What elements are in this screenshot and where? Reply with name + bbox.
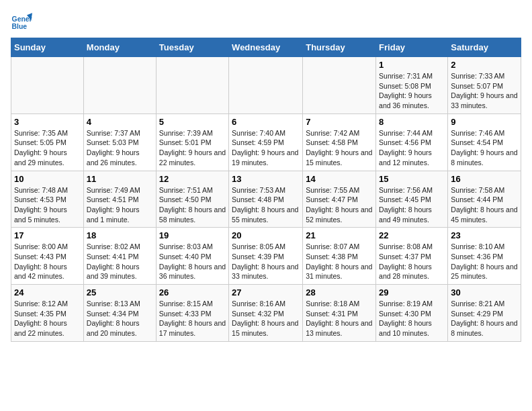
day-cell: 8Sunrise: 7:44 AM Sunset: 4:56 PM Daylig… [376, 113, 448, 171]
day-cell: 6Sunrise: 7:40 AM Sunset: 4:59 PM Daylig… [229, 113, 303, 171]
day-cell: 2Sunrise: 7:33 AM Sunset: 5:07 PM Daylig… [448, 57, 521, 114]
day-number: 26 [159, 287, 226, 298]
day-number: 28 [306, 287, 373, 298]
day-info: Sunrise: 7:48 AM Sunset: 4:53 PM Dayligh… [14, 185, 81, 225]
day-cell: 7Sunrise: 7:42 AM Sunset: 4:58 PM Daylig… [303, 113, 376, 171]
day-info: Sunrise: 7:53 AM Sunset: 4:48 PM Dayligh… [232, 185, 300, 225]
day-number: 29 [379, 287, 445, 298]
calendar-header-row: SundayMondayTuesdayWednesdayThursdayFrid… [11, 38, 521, 57]
day-cell: 10Sunrise: 7:48 AM Sunset: 4:53 PM Dayli… [11, 171, 84, 228]
day-info: Sunrise: 8:18 AM Sunset: 4:31 PM Dayligh… [306, 299, 373, 338]
weekday-header-sunday: Sunday [11, 38, 84, 57]
day-cell: 12Sunrise: 7:51 AM Sunset: 4:50 PM Dayli… [156, 171, 228, 228]
day-number: 6 [232, 117, 300, 127]
day-number: 12 [159, 174, 226, 184]
weekday-header-friday: Friday [376, 38, 448, 57]
day-number: 21 [306, 230, 373, 240]
svg-text:Blue: Blue [12, 23, 28, 30]
day-number: 22 [379, 230, 445, 240]
day-info: Sunrise: 8:15 AM Sunset: 4:33 PM Dayligh… [159, 299, 226, 338]
day-cell: 15Sunrise: 7:56 AM Sunset: 4:45 PM Dayli… [376, 171, 448, 228]
day-cell [303, 57, 376, 114]
day-number: 13 [232, 174, 300, 184]
week-row-5: 24Sunrise: 8:12 AM Sunset: 4:35 PM Dayli… [11, 285, 521, 342]
day-number: 14 [306, 174, 373, 184]
weekday-header-thursday: Thursday [303, 38, 376, 57]
day-info: Sunrise: 7:56 AM Sunset: 4:45 PM Dayligh… [379, 185, 445, 225]
day-number: 16 [451, 174, 518, 184]
day-cell: 17Sunrise: 8:00 AM Sunset: 4:43 PM Dayli… [11, 228, 84, 285]
day-info: Sunrise: 7:49 AM Sunset: 4:51 PM Dayligh… [87, 185, 153, 225]
day-number: 24 [14, 287, 81, 298]
day-cell: 4Sunrise: 7:37 AM Sunset: 5:03 PM Daylig… [83, 113, 156, 171]
day-cell [83, 57, 156, 114]
day-cell: 9Sunrise: 7:46 AM Sunset: 4:54 PM Daylig… [448, 113, 521, 171]
weekday-header-tuesday: Tuesday [156, 38, 228, 57]
day-info: Sunrise: 7:58 AM Sunset: 4:44 PM Dayligh… [451, 185, 518, 225]
day-info: Sunrise: 7:40 AM Sunset: 4:59 PM Dayligh… [232, 128, 300, 168]
day-number: 7 [306, 117, 373, 127]
day-info: Sunrise: 8:12 AM Sunset: 4:35 PM Dayligh… [14, 299, 81, 338]
weekday-header-saturday: Saturday [448, 38, 521, 57]
day-cell: 24Sunrise: 8:12 AM Sunset: 4:35 PM Dayli… [11, 285, 84, 342]
day-cell: 22Sunrise: 8:08 AM Sunset: 4:37 PM Dayli… [376, 228, 448, 285]
day-info: Sunrise: 7:51 AM Sunset: 4:50 PM Dayligh… [159, 185, 226, 225]
day-info: Sunrise: 7:46 AM Sunset: 4:54 PM Dayligh… [451, 128, 518, 168]
day-info: Sunrise: 8:16 AM Sunset: 4:32 PM Dayligh… [232, 299, 300, 338]
day-info: Sunrise: 7:42 AM Sunset: 4:58 PM Dayligh… [306, 128, 373, 168]
day-number: 30 [451, 287, 518, 298]
day-number: 5 [159, 117, 226, 127]
day-cell: 20Sunrise: 8:05 AM Sunset: 4:39 PM Dayli… [229, 228, 303, 285]
day-info: Sunrise: 8:00 AM Sunset: 4:43 PM Dayligh… [14, 242, 81, 281]
day-info: Sunrise: 7:37 AM Sunset: 5:03 PM Dayligh… [87, 128, 153, 168]
day-cell: 14Sunrise: 7:55 AM Sunset: 4:47 PM Dayli… [303, 171, 376, 228]
day-cell: 21Sunrise: 8:07 AM Sunset: 4:38 PM Dayli… [303, 228, 376, 285]
day-cell: 3Sunrise: 7:35 AM Sunset: 5:05 PM Daylig… [11, 113, 84, 171]
logo: General Blue [11, 11, 35, 32]
day-cell: 30Sunrise: 8:21 AM Sunset: 4:29 PM Dayli… [448, 285, 521, 342]
day-number: 23 [451, 230, 518, 240]
day-info: Sunrise: 8:21 AM Sunset: 4:29 PM Dayligh… [451, 299, 518, 338]
day-cell: 16Sunrise: 7:58 AM Sunset: 4:44 PM Dayli… [448, 171, 521, 228]
day-cell: 19Sunrise: 8:03 AM Sunset: 4:40 PM Dayli… [156, 228, 228, 285]
weekday-header-monday: Monday [83, 38, 156, 57]
day-number: 9 [451, 117, 518, 127]
day-number: 11 [87, 174, 153, 184]
calendar-table: SundayMondayTuesdayWednesdayThursdayFrid… [11, 38, 521, 342]
day-number: 18 [87, 230, 153, 240]
day-number: 3 [14, 117, 81, 127]
week-row-2: 3Sunrise: 7:35 AM Sunset: 5:05 PM Daylig… [11, 113, 521, 171]
week-row-3: 10Sunrise: 7:48 AM Sunset: 4:53 PM Dayli… [11, 171, 521, 228]
day-info: Sunrise: 8:05 AM Sunset: 4:39 PM Dayligh… [232, 242, 300, 281]
day-number: 8 [379, 117, 445, 127]
day-info: Sunrise: 8:13 AM Sunset: 4:34 PM Dayligh… [87, 299, 153, 338]
weekday-header-wednesday: Wednesday [229, 38, 303, 57]
day-cell [11, 57, 84, 114]
week-row-4: 17Sunrise: 8:00 AM Sunset: 4:43 PM Dayli… [11, 228, 521, 285]
day-info: Sunrise: 8:19 AM Sunset: 4:30 PM Dayligh… [379, 299, 445, 338]
day-number: 1 [379, 60, 445, 70]
day-number: 17 [14, 230, 81, 240]
day-cell: 13Sunrise: 7:53 AM Sunset: 4:48 PM Dayli… [229, 171, 303, 228]
day-cell: 26Sunrise: 8:15 AM Sunset: 4:33 PM Dayli… [156, 285, 228, 342]
day-info: Sunrise: 7:55 AM Sunset: 4:47 PM Dayligh… [306, 185, 373, 225]
day-cell: 5Sunrise: 7:39 AM Sunset: 5:01 PM Daylig… [156, 113, 228, 171]
day-info: Sunrise: 8:03 AM Sunset: 4:40 PM Dayligh… [159, 242, 226, 281]
day-info: Sunrise: 8:08 AM Sunset: 4:37 PM Dayligh… [379, 242, 445, 281]
day-cell: 18Sunrise: 8:02 AM Sunset: 4:41 PM Dayli… [83, 228, 156, 285]
day-cell: 1Sunrise: 7:31 AM Sunset: 5:08 PM Daylig… [376, 57, 448, 114]
day-info: Sunrise: 8:02 AM Sunset: 4:41 PM Dayligh… [87, 242, 153, 281]
day-number: 19 [159, 230, 226, 240]
day-number: 15 [379, 174, 445, 184]
day-cell: 11Sunrise: 7:49 AM Sunset: 4:51 PM Dayli… [83, 171, 156, 228]
day-number: 27 [232, 287, 300, 298]
week-row-1: 1Sunrise: 7:31 AM Sunset: 5:08 PM Daylig… [11, 57, 521, 114]
day-info: Sunrise: 7:39 AM Sunset: 5:01 PM Dayligh… [159, 128, 226, 168]
day-number: 25 [87, 287, 153, 298]
day-info: Sunrise: 7:33 AM Sunset: 5:07 PM Dayligh… [451, 71, 518, 111]
logo-icon: General Blue [11, 11, 32, 32]
day-cell [156, 57, 228, 114]
day-cell: 29Sunrise: 8:19 AM Sunset: 4:30 PM Dayli… [376, 285, 448, 342]
day-info: Sunrise: 7:44 AM Sunset: 4:56 PM Dayligh… [379, 128, 445, 168]
day-cell: 23Sunrise: 8:10 AM Sunset: 4:36 PM Dayli… [448, 228, 521, 285]
